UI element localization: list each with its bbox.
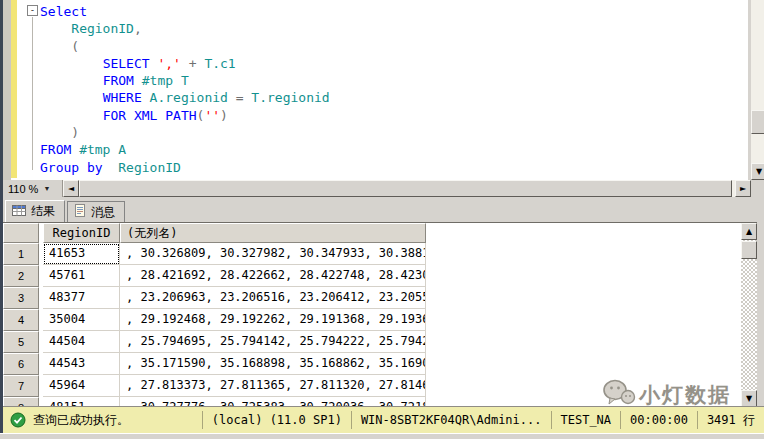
row-number[interactable]: 7 xyxy=(3,375,39,397)
status-login: WIN-8SBT2KF04QR\Admini... xyxy=(351,411,551,429)
editor-hscroll-track[interactable] xyxy=(79,180,735,197)
cell-concat-values[interactable]: , 30.727776, 30.725383, 30.720036, 30.72… xyxy=(120,397,426,406)
grid-header-row: RegionID (无列名) xyxy=(3,223,757,243)
grid-empty-area xyxy=(426,353,757,375)
code-token: '' xyxy=(204,108,220,123)
column-header-regionid[interactable]: RegionID xyxy=(43,223,120,243)
cell-regionid[interactable]: 48151 xyxy=(43,397,120,406)
code-outline-line xyxy=(32,17,33,170)
grid-empty-area xyxy=(426,331,757,353)
code-token: #tmp T xyxy=(142,73,189,88)
status-database: TEST_NA xyxy=(551,411,621,429)
editor-vscroll-thumb[interactable] xyxy=(751,110,764,134)
code-token: ',' xyxy=(157,56,180,71)
grid-vscroll-thumb[interactable] xyxy=(741,241,757,259)
row-number[interactable]: 6 xyxy=(3,353,39,375)
cell-concat-values[interactable]: , 25.794695, 25.794142, 25.794222, 25.79… xyxy=(120,331,426,353)
code-token: Group by xyxy=(40,160,103,175)
code-token: = xyxy=(228,90,251,105)
grid-corner-cell[interactable] xyxy=(3,223,39,243)
editor-hscroll-right-button[interactable]: ► xyxy=(735,180,751,197)
code-line: FROM #tmp T xyxy=(40,72,330,89)
table-row: 348377, 23.206963, 23.206516, 23.206412,… xyxy=(3,287,757,309)
grid-vscroll-up-button[interactable]: ▲ xyxy=(741,223,757,240)
tab-messages[interactable]: 消息 xyxy=(67,201,125,222)
grid-empty-area xyxy=(426,223,757,243)
cell-regionid[interactable]: 44504 xyxy=(43,331,120,353)
grid-empty-area xyxy=(426,287,757,309)
code-lines: Select RegionID, ( SELECT ',' + T.c1 FRO… xyxy=(40,3,330,176)
row-number[interactable]: 2 xyxy=(3,265,39,287)
code-token: FROM xyxy=(40,142,71,157)
code-token: SELECT xyxy=(103,56,150,71)
cell-regionid[interactable]: 45964 xyxy=(43,375,120,397)
code-token: Select xyxy=(40,4,87,19)
code-token: T.c1 xyxy=(204,56,235,71)
arrow-up-icon: ▲ xyxy=(746,228,752,236)
editor-change-tracking-bar xyxy=(11,0,17,178)
status-row-count: 3491 行 xyxy=(697,411,764,429)
table-row: 644543, 35.171590, 35.168898, 35.168862,… xyxy=(3,353,757,375)
code-token: ( xyxy=(40,39,79,54)
cell-concat-values[interactable]: , 35.171590, 35.168898, 35.168862, 35.16… xyxy=(120,353,426,375)
grid-empty-area xyxy=(426,309,757,331)
tab-results-label: 结果 xyxy=(31,203,55,220)
row-number[interactable]: 8 xyxy=(3,397,39,406)
code-token xyxy=(40,73,103,88)
code-token: RegionID xyxy=(71,21,134,36)
code-token xyxy=(103,160,119,175)
code-line: ) xyxy=(40,124,330,141)
editor-vertical-scrollbar[interactable]: ▼ xyxy=(751,0,764,180)
grid-empty-area xyxy=(426,243,757,265)
cell-concat-values[interactable]: , 27.813373, 27.811365, 27.811320, 27.81… xyxy=(120,375,426,397)
editor-hscroll-left-button[interactable]: ◄ xyxy=(63,180,79,197)
code-token xyxy=(40,90,103,105)
cell-regionid[interactable]: 41653 xyxy=(43,243,120,265)
code-token: #tmp A xyxy=(79,142,126,157)
editor-indicator-margin xyxy=(3,0,11,180)
bottom-strip xyxy=(0,433,764,439)
code-line: RegionID, xyxy=(40,20,330,37)
watermark-text: 小灯数据 xyxy=(639,381,731,409)
arrow-left-icon: ◄ xyxy=(68,185,74,193)
row-number[interactable]: 3 xyxy=(3,287,39,309)
table-row: 141653, 30.326809, 30.327982, 30.347933,… xyxy=(3,243,757,265)
code-token: FROM xyxy=(103,73,134,88)
row-number[interactable]: 5 xyxy=(3,331,39,353)
cell-concat-values[interactable]: , 28.421692, 28.422662, 28.422748, 28.42… xyxy=(120,265,426,287)
code-token: + xyxy=(181,56,204,71)
code-line: WHERE A.regionid = T.regionid xyxy=(40,89,330,106)
cell-regionid[interactable]: 35004 xyxy=(43,309,120,331)
code-line: FOR XML PATH('') xyxy=(40,107,330,124)
editor-vscroll-down-button[interactable]: ▼ xyxy=(751,163,764,180)
row-number[interactable]: 1 xyxy=(3,243,39,265)
sql-code-area[interactable]: - Select RegionID, ( SELECT ',' + T.c1 F… xyxy=(3,0,748,180)
code-token xyxy=(40,21,71,36)
code-token: RegionID xyxy=(118,160,181,175)
arrow-down-icon: ▼ xyxy=(756,168,762,176)
cell-concat-values[interactable]: , 29.192468, 29.192262, 29.191368, 29.19… xyxy=(120,309,426,331)
watermark: 小灯数据 xyxy=(602,377,764,413)
cell-regionid[interactable]: 48377 xyxy=(43,287,120,309)
code-token: FOR XML PATH xyxy=(103,108,197,123)
code-collapse-toggle[interactable]: - xyxy=(27,5,38,16)
editor-hscroll-thumb[interactable] xyxy=(79,180,732,197)
code-token: T.regionid xyxy=(251,90,329,105)
chat-bubbles-icon xyxy=(602,378,636,413)
success-check-icon xyxy=(10,412,26,428)
cell-concat-values[interactable]: , 30.326809, 30.327982, 30.347933, 30.38… xyxy=(120,243,426,265)
code-token xyxy=(71,142,79,157)
code-token xyxy=(134,73,142,88)
cell-regionid[interactable]: 44543 xyxy=(43,353,120,375)
editor-zoom-dropdown[interactable]: 110 % ▼ xyxy=(3,180,63,197)
column-header-noname[interactable]: (无列名) xyxy=(120,223,426,243)
ssms-window: - Select RegionID, ( SELECT ',' + T.c1 F… xyxy=(0,0,764,439)
cell-regionid[interactable]: 45761 xyxy=(43,265,120,287)
row-number[interactable]: 4 xyxy=(3,309,39,331)
chevron-down-icon: ▼ xyxy=(43,185,50,192)
tab-results[interactable]: 结果 xyxy=(5,200,65,222)
code-token: ) xyxy=(40,125,79,140)
code-token: , xyxy=(134,21,142,36)
code-line: SELECT ',' + T.c1 xyxy=(40,55,330,72)
cell-concat-values[interactable]: , 23.206963, 23.206516, 23.206412, 23.20… xyxy=(120,287,426,309)
